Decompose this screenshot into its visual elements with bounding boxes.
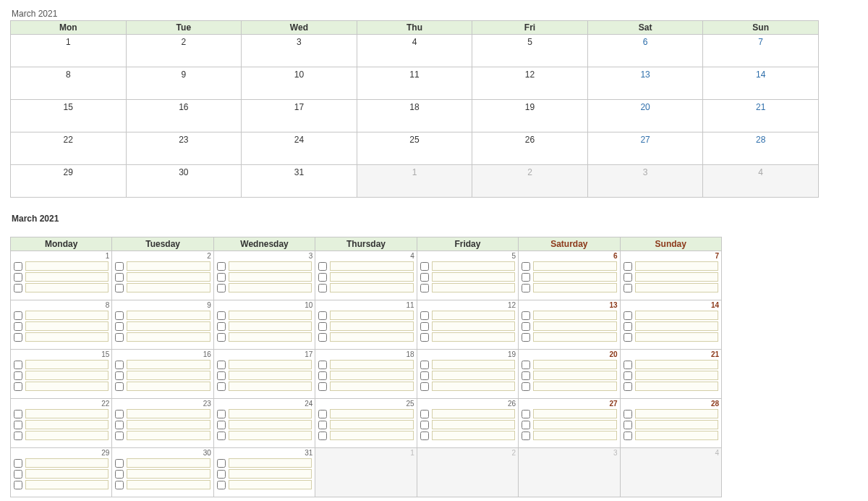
task-checkbox[interactable] (115, 311, 124, 320)
cal2-day[interactable]: 11 (315, 300, 417, 350)
task-checkbox[interactable] (318, 361, 327, 369)
task-checkbox[interactable] (217, 311, 226, 320)
task-checkbox[interactable] (318, 333, 327, 342)
task-field[interactable] (25, 420, 109, 429)
cal2-day[interactable]: 26 (417, 399, 518, 448)
task-field[interactable] (127, 321, 210, 331)
task-field[interactable] (229, 371, 312, 380)
task-checkbox[interactable] (522, 262, 530, 271)
cal2-day[interactable]: 12 (417, 300, 518, 350)
task-field[interactable] (432, 261, 515, 271)
task-field[interactable] (533, 332, 616, 342)
task-field[interactable] (533, 321, 616, 331)
task-field[interactable] (25, 261, 109, 271)
task-field[interactable] (25, 272, 109, 282)
cal2-day[interactable]: 25 (315, 399, 417, 448)
task-checkbox[interactable] (522, 361, 530, 369)
task-checkbox[interactable] (522, 311, 530, 320)
cal1-day[interactable]: 23 (126, 132, 242, 165)
task-field[interactable] (432, 420, 515, 429)
task-field[interactable] (127, 261, 210, 271)
task-field[interactable] (635, 431, 718, 440)
cal1-day[interactable]: 11 (357, 67, 472, 100)
task-checkbox[interactable] (624, 322, 632, 331)
task-checkbox[interactable] (420, 322, 429, 331)
task-checkbox[interactable] (624, 333, 632, 342)
task-checkbox[interactable] (318, 431, 327, 440)
task-field[interactable] (229, 420, 312, 429)
task-checkbox[interactable] (217, 481, 226, 489)
task-field[interactable] (330, 283, 413, 292)
cal1-day[interactable]: 1 (357, 165, 472, 198)
cal1-day[interactable]: 17 (242, 100, 357, 132)
task-checkbox[interactable] (624, 284, 632, 292)
task-field[interactable] (127, 382, 210, 391)
cal2-day[interactable]: 3 (213, 251, 315, 300)
cal2-day[interactable]: 14 (620, 300, 721, 350)
task-checkbox[interactable] (115, 421, 124, 429)
task-field[interactable] (229, 409, 312, 418)
cal1-day[interactable]: 30 (126, 165, 242, 198)
task-field[interactable] (25, 371, 109, 380)
task-checkbox[interactable] (115, 333, 124, 342)
task-field[interactable] (533, 283, 616, 292)
cal2-day[interactable]: 21 (620, 350, 721, 399)
task-field[interactable] (635, 321, 718, 331)
task-field[interactable] (533, 409, 616, 418)
task-field[interactable] (25, 332, 109, 342)
task-field[interactable] (25, 311, 109, 320)
task-checkbox[interactable] (318, 322, 327, 331)
cal1-day[interactable]: 7 (703, 35, 819, 67)
task-field[interactable] (330, 360, 413, 369)
task-checkbox[interactable] (115, 371, 124, 380)
task-field[interactable] (127, 458, 210, 468)
task-field[interactable] (330, 272, 413, 282)
cal2-day[interactable]: 1 (315, 448, 417, 497)
task-field[interactable] (330, 420, 413, 429)
task-checkbox[interactable] (420, 421, 429, 429)
task-field[interactable] (432, 409, 515, 418)
cal1-day[interactable]: 14 (703, 67, 819, 100)
task-checkbox[interactable] (420, 333, 429, 342)
task-checkbox[interactable] (522, 333, 530, 342)
cal2-day[interactable]: 18 (315, 350, 417, 399)
task-checkbox[interactable] (14, 421, 22, 429)
cal1-day[interactable]: 8 (11, 67, 127, 100)
task-field[interactable] (432, 371, 515, 380)
task-checkbox[interactable] (14, 410, 22, 418)
cal2-day[interactable]: 1 (11, 251, 112, 300)
task-checkbox[interactable] (318, 273, 327, 282)
task-checkbox[interactable] (14, 284, 22, 292)
cal1-day[interactable]: 1 (11, 35, 127, 67)
task-checkbox[interactable] (14, 262, 22, 271)
task-field[interactable] (127, 311, 210, 320)
task-checkbox[interactable] (14, 382, 22, 391)
cal1-day[interactable]: 3 (587, 165, 703, 198)
task-field[interactable] (229, 360, 312, 369)
cal1-day[interactable]: 27 (587, 132, 703, 165)
cal1-day[interactable]: 19 (472, 100, 588, 132)
task-checkbox[interactable] (115, 361, 124, 369)
cal2-day[interactable]: 4 (315, 251, 417, 300)
task-checkbox[interactable] (115, 481, 124, 489)
task-checkbox[interactable] (115, 459, 124, 468)
task-field[interactable] (229, 283, 312, 292)
cal2-day[interactable]: 3 (519, 448, 620, 497)
cal1-day[interactable]: 21 (703, 100, 819, 132)
task-field[interactable] (330, 431, 413, 440)
task-checkbox[interactable] (522, 382, 530, 391)
cal1-day[interactable]: 31 (242, 165, 357, 198)
task-checkbox[interactable] (420, 431, 429, 440)
task-field[interactable] (330, 261, 413, 271)
task-checkbox[interactable] (217, 431, 226, 440)
task-checkbox[interactable] (14, 273, 22, 282)
task-field[interactable] (432, 332, 515, 342)
task-checkbox[interactable] (14, 481, 22, 489)
task-checkbox[interactable] (14, 431, 22, 440)
cal2-day[interactable]: 24 (213, 399, 315, 448)
task-field[interactable] (635, 420, 718, 429)
task-field[interactable] (25, 382, 109, 391)
task-checkbox[interactable] (115, 284, 124, 292)
cal2-day[interactable]: 6 (519, 251, 620, 300)
task-field[interactable] (635, 311, 718, 320)
